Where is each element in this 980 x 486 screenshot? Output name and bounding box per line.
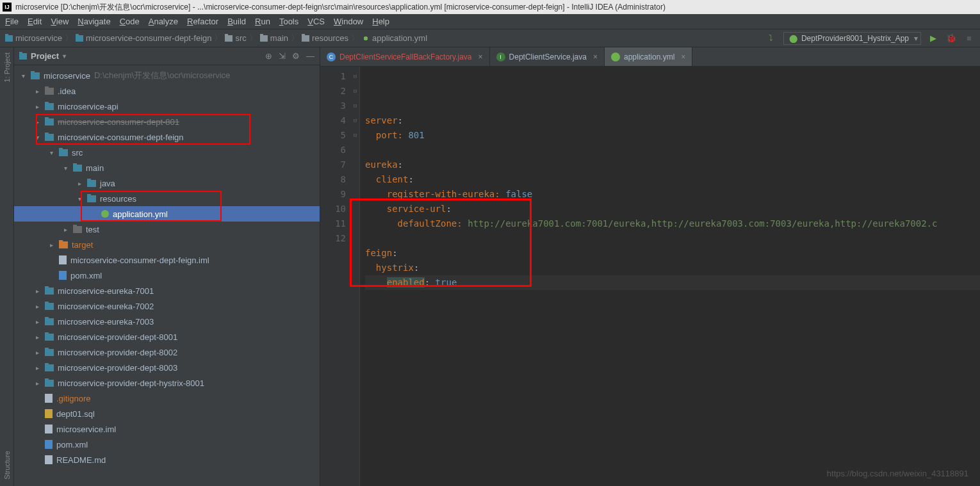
window-title: microservice [D:\chenjm\开发信息\ocr\microse… — [15, 2, 666, 13]
locate-icon[interactable]: ⊕ — [265, 51, 272, 61]
tree-row[interactable]: microservice-eureka-7001 — [14, 283, 320, 298]
tree-arrow-icon[interactable] — [19, 72, 27, 79]
code-line[interactable]: server: — [365, 113, 980, 128]
tree-arrow-icon[interactable] — [33, 118, 41, 126]
breadcrumb-item[interactable]: src — [225, 33, 246, 43]
code-line[interactable]: eureka: — [365, 158, 980, 172]
tree-arrow-icon[interactable] — [33, 303, 41, 310]
editor-tab[interactable]: IDeptClientService.java× — [490, 47, 605, 66]
menu-code[interactable]: Code — [120, 17, 140, 26]
folder-blue-icon — [45, 334, 54, 341]
tab-close-icon[interactable]: × — [478, 53, 483, 61]
menu-tools[interactable]: Tools — [279, 17, 298, 26]
tree-row[interactable]: pom.xml — [14, 437, 320, 452]
code-line[interactable]: enabled: true — [365, 275, 980, 290]
breadcrumb-item[interactable]: resources — [302, 33, 348, 43]
breadcrumb-item[interactable]: application.yml — [362, 33, 427, 43]
tree-row[interactable]: test — [14, 222, 320, 237]
project-tree[interactable]: microservice D:\chenjm\开发信息\ocr\microser… — [14, 65, 320, 486]
tree-row[interactable]: microservice-provider-dept-8001 — [14, 329, 320, 344]
code-line[interactable]: feign: — [365, 246, 980, 261]
code-line[interactable]: hystrix: — [365, 261, 980, 275]
editor-tab[interactable]: application.yml× — [605, 47, 692, 66]
menu-file[interactable]: File — [5, 17, 19, 26]
tree-row[interactable]: microservice.iml — [14, 421, 320, 437]
hide-icon[interactable]: — — [306, 51, 314, 61]
tree-row[interactable]: microservice D:\chenjm\开发信息\ocr\microser… — [14, 68, 320, 83]
tree-arrow-icon[interactable] — [76, 195, 83, 202]
tree-row[interactable]: microservice-provider-dept-8002 — [14, 344, 320, 360]
stop-icon[interactable]: ■ — [963, 33, 975, 44]
build-icon[interactable]: ⤵ — [765, 33, 777, 44]
code-line[interactable] — [365, 231, 980, 246]
menu-vcs[interactable]: VCS — [307, 17, 325, 26]
tree-row[interactable]: target — [14, 237, 320, 252]
code-content[interactable]: server: port: 801 eureka: client: regist… — [360, 67, 980, 486]
code-line[interactable]: client: — [365, 172, 980, 187]
tree-arrow-icon[interactable] — [33, 349, 41, 356]
breadcrumb-item[interactable]: main — [260, 33, 288, 43]
run-icon[interactable]: ▶ — [927, 33, 939, 44]
sidebar-tab-structure[interactable]: Structure — [3, 451, 11, 480]
sidebar-tab-project[interactable]: 1: Project — [3, 53, 11, 82]
tree-row[interactable]: microservice-consumer-dept-feign — [14, 129, 320, 145]
tree-arrow-icon[interactable] — [76, 180, 83, 187]
menu-window[interactable]: Window — [334, 17, 363, 26]
tree-row[interactable]: java — [14, 175, 320, 191]
tree-row[interactable]: src — [14, 145, 320, 160]
tree-row[interactable]: microservice-provider-dept-hystrix-8001 — [14, 375, 320, 391]
tree-arrow-icon[interactable] — [61, 226, 69, 233]
tree-arrow-icon[interactable] — [47, 241, 55, 248]
tree-row[interactable]: microservice-consumer-dept-801 — [14, 114, 320, 129]
menu-view[interactable]: View — [51, 17, 69, 26]
tab-close-icon[interactable]: × — [681, 53, 685, 61]
code-line[interactable]: register-with-eureka: false — [365, 187, 980, 202]
tree-row[interactable]: microservice-api — [14, 99, 320, 114]
tree-row[interactable]: main — [14, 160, 320, 175]
tree-row[interactable]: microservice-provider-dept-8003 — [14, 360, 320, 375]
run-configuration-selector[interactable]: ⬤ DeptProvider8001_Hystrix_App — [783, 32, 921, 45]
breadcrumb-item[interactable]: microservice — [5, 33, 62, 43]
tree-arrow-icon[interactable] — [33, 88, 41, 95]
tree-row[interactable]: dept01.sql — [14, 406, 320, 421]
menu-help[interactable]: Help — [372, 17, 389, 26]
code-line[interactable]: port: 801 — [365, 128, 980, 143]
tree-row[interactable]: microservice-eureka-7002 — [14, 298, 320, 314]
tree-row[interactable]: pom.xml — [14, 268, 320, 283]
tree-arrow-icon[interactable] — [33, 380, 41, 387]
menu-build[interactable]: Build — [227, 17, 246, 26]
menu-analyze[interactable]: Analyze — [149, 17, 178, 26]
debug-icon[interactable]: 🐞 — [945, 33, 957, 44]
menu-navigate[interactable]: Navigate — [78, 17, 110, 26]
tree-arrow-icon[interactable] — [33, 288, 41, 295]
tree-row[interactable]: resources — [14, 191, 320, 206]
tree-arrow-icon[interactable] — [33, 364, 41, 371]
menu-edit[interactable]: Edit — [28, 17, 42, 26]
tree-row[interactable]: README.md — [14, 452, 320, 467]
code-line[interactable] — [365, 143, 980, 158]
line-number: 12 — [320, 231, 346, 246]
tree-arrow-icon[interactable] — [33, 334, 41, 341]
tree-label: README.md — [56, 455, 106, 465]
tree-arrow-icon[interactable] — [47, 149, 55, 156]
code-line[interactable]: defaultZone: http://eureka7001.com:7001/… — [365, 216, 980, 231]
tree-row[interactable]: .idea — [14, 83, 320, 99]
menu-run[interactable]: Run — [255, 17, 270, 26]
tree-row[interactable]: .gitignore — [14, 391, 320, 406]
tree-row[interactable]: microservice-consumer-dept-feign.iml — [14, 252, 320, 268]
collapse-icon[interactable]: ⇲ — [279, 51, 286, 61]
tree-arrow-icon[interactable] — [61, 165, 69, 172]
tree-arrow-icon[interactable] — [33, 103, 41, 110]
editor-tab[interactable]: CDeptClientServiceFallBackFactory.java× — [320, 47, 490, 66]
tab-close-icon[interactable]: × — [593, 53, 598, 61]
tree-arrow-icon[interactable] — [33, 318, 41, 325]
tree-arrow-icon[interactable] — [33, 134, 41, 141]
tree-row[interactable]: microservice-eureka-7003 — [14, 314, 320, 329]
menu-refactor[interactable]: Refactor — [187, 17, 218, 26]
folder-icon — [302, 35, 309, 42]
code-line[interactable]: service-url: — [365, 202, 980, 216]
panel-dropdown-icon[interactable]: ▾ — [63, 53, 66, 60]
tree-row[interactable]: application.yml — [14, 206, 320, 222]
settings-icon[interactable]: ⚙ — [292, 51, 300, 61]
breadcrumb-item[interactable]: microservice-consumer-dept-feign — [76, 33, 212, 43]
